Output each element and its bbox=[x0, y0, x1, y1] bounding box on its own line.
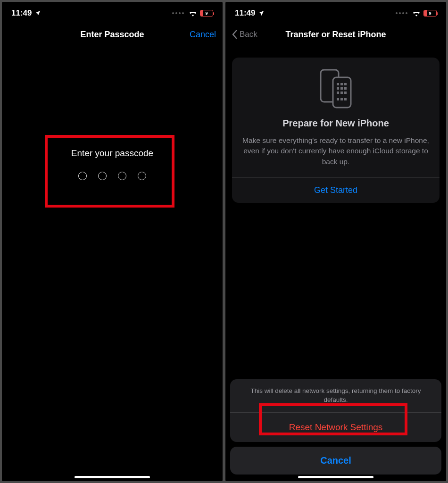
recording-dots-icon bbox=[172, 12, 184, 14]
sheet-cancel-button[interactable]: Cancel bbox=[230, 447, 441, 475]
nav-bar: Back Transfer or Reset iPhone bbox=[225, 23, 446, 46]
home-indicator[interactable] bbox=[75, 476, 150, 478]
battery-icon: 9 bbox=[200, 10, 213, 17]
location-icon bbox=[258, 10, 265, 17]
phone-screen-passcode: 11:49 9 Enter Passcode Cancel Enter your… bbox=[2, 2, 223, 481]
nav-title: Enter Passcode bbox=[80, 30, 144, 40]
svg-rect-8 bbox=[337, 92, 339, 94]
svg-rect-11 bbox=[337, 98, 339, 100]
passcode-prompt: Enter your passcode bbox=[54, 148, 171, 158]
home-indicator[interactable] bbox=[298, 476, 373, 478]
passcode-dot bbox=[98, 172, 107, 180]
get-started-button[interactable]: Get Started bbox=[241, 178, 431, 203]
nav-title: Transfer or Reset iPhone bbox=[285, 30, 386, 40]
action-sheet: This will delete all network settings, r… bbox=[230, 379, 441, 475]
back-label: Back bbox=[240, 30, 257, 39]
passcode-dot bbox=[118, 172, 126, 180]
nav-bar: Enter Passcode Cancel bbox=[2, 23, 223, 46]
wifi-icon bbox=[412, 10, 421, 17]
back-button[interactable]: Back bbox=[232, 30, 285, 39]
location-icon bbox=[34, 10, 41, 17]
battery-icon: 9 bbox=[423, 10, 437, 17]
passcode-dots bbox=[54, 172, 171, 180]
passcode-entry[interactable]: Enter your passcode bbox=[49, 135, 175, 194]
svg-rect-6 bbox=[340, 87, 343, 90]
sheet-message: This will delete all network settings, r… bbox=[230, 379, 441, 412]
chevron-left-icon bbox=[232, 30, 238, 39]
svg-rect-12 bbox=[340, 98, 343, 100]
prepare-title: Prepare for New iPhone bbox=[241, 118, 431, 129]
wifi-icon bbox=[189, 10, 197, 17]
reset-network-settings-button[interactable]: Reset Network Settings bbox=[230, 413, 441, 442]
svg-rect-13 bbox=[344, 98, 347, 100]
svg-rect-9 bbox=[340, 92, 343, 94]
svg-rect-10 bbox=[344, 92, 347, 94]
svg-rect-4 bbox=[344, 83, 347, 85]
svg-rect-3 bbox=[340, 83, 343, 85]
passcode-dot bbox=[138, 172, 146, 180]
svg-rect-5 bbox=[337, 87, 339, 90]
status-bar: 11:49 9 bbox=[2, 2, 223, 23]
cancel-button[interactable]: Cancel bbox=[144, 30, 216, 40]
recording-dots-icon bbox=[396, 12, 407, 14]
phone-screen-transfer-reset: 11:49 9 Back Transfer or Reset iPhone bbox=[225, 2, 446, 481]
devices-icon bbox=[241, 67, 431, 109]
status-time: 11:49 bbox=[235, 8, 255, 18]
svg-rect-7 bbox=[344, 87, 347, 90]
svg-rect-2 bbox=[337, 83, 339, 85]
prepare-description: Make sure everything's ready to transfer… bbox=[241, 135, 431, 167]
passcode-dot bbox=[78, 172, 87, 180]
battery-text: 9 bbox=[200, 11, 213, 16]
battery-text: 9 bbox=[424, 11, 436, 16]
status-time: 11:49 bbox=[11, 8, 32, 18]
prepare-card: Prepare for New iPhone Make sure everyth… bbox=[232, 58, 440, 203]
status-bar: 11:49 9 bbox=[225, 2, 446, 23]
